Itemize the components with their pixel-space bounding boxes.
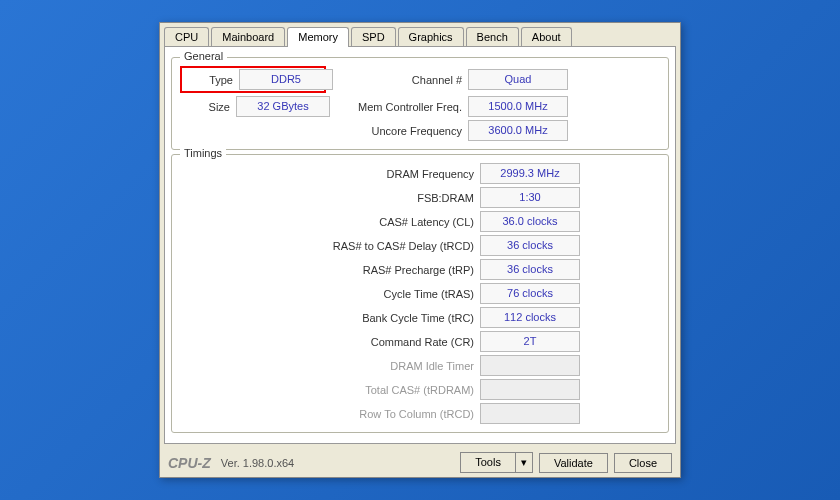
timing-value: 2T [480,331,580,352]
type-highlight: Type DDR5 [180,66,326,93]
cpuz-window: CPU Mainboard Memory SPD Graphics Bench … [159,22,681,478]
tab-cpu[interactable]: CPU [164,27,209,46]
general-title: General [180,50,227,62]
timing-label: CAS# Latency (CL) [260,216,474,228]
timing-value: 36 clocks [480,235,580,256]
tab-mainboard[interactable]: Mainboard [211,27,285,46]
timing-label: RAS# Precharge (tRP) [260,264,474,276]
version-text: Ver. 1.98.0.x64 [221,457,454,469]
close-button[interactable]: Close [614,453,672,473]
timing-label: DRAM Frequency [260,168,474,180]
timing-label: Bank Cycle Time (tRC) [260,312,474,324]
timing-value: 112 clocks [480,307,580,328]
tab-graphics[interactable]: Graphics [398,27,464,46]
type-label: Type [183,74,233,86]
timings-title: Timings [180,147,226,159]
timing-value: 36 clocks [480,259,580,280]
tab-bench[interactable]: Bench [466,27,519,46]
type-value: DDR5 [239,69,333,90]
timing-value: 2999.3 MHz [480,163,580,184]
tab-about[interactable]: About [521,27,572,46]
timing-label: Row To Column (tRCD) [260,408,474,420]
timing-value [480,379,580,400]
timing-value: 76 clocks [480,283,580,304]
channel-value: Quad [468,69,568,90]
timing-value [480,355,580,376]
tab-memory[interactable]: Memory [287,27,349,47]
timing-label: Command Rate (CR) [260,336,474,348]
general-group: General Type DDR5 Channel # Quad Size 32… [171,57,669,150]
timing-label: DRAM Idle Timer [260,360,474,372]
tab-spd[interactable]: SPD [351,27,396,46]
timing-value [480,403,580,424]
timing-label: FSB:DRAM [260,192,474,204]
memctrl-label: Mem Controller Freq. [332,101,462,113]
timing-label: Cycle Time (tRAS) [260,288,474,300]
tools-split: Tools ▾ [460,452,533,473]
tab-content: General Type DDR5 Channel # Quad Size 32… [164,46,676,444]
cpuz-logo: CPU-Z [168,455,211,471]
timing-label: Total CAS# (tRDRAM) [260,384,474,396]
timings-group: Timings DRAM Frequency2999.3 MHzFSB:DRAM… [171,154,669,433]
tab-bar: CPU Mainboard Memory SPD Graphics Bench … [160,23,680,46]
tools-button[interactable]: Tools [460,452,516,473]
timing-value: 1:30 [480,187,580,208]
size-label: Size [180,101,230,113]
uncore-label: Uncore Frequency [332,125,462,137]
size-value: 32 GBytes [236,96,330,117]
channel-label: Channel # [332,74,462,86]
timing-label: RAS# to CAS# Delay (tRCD) [260,240,474,252]
uncore-value: 3600.0 MHz [468,120,568,141]
footer: CPU-Z Ver. 1.98.0.x64 Tools ▾ Validate C… [160,448,680,477]
memctrl-value: 1500.0 MHz [468,96,568,117]
tools-dropdown-icon[interactable]: ▾ [516,452,533,473]
timing-value: 36.0 clocks [480,211,580,232]
validate-button[interactable]: Validate [539,453,608,473]
